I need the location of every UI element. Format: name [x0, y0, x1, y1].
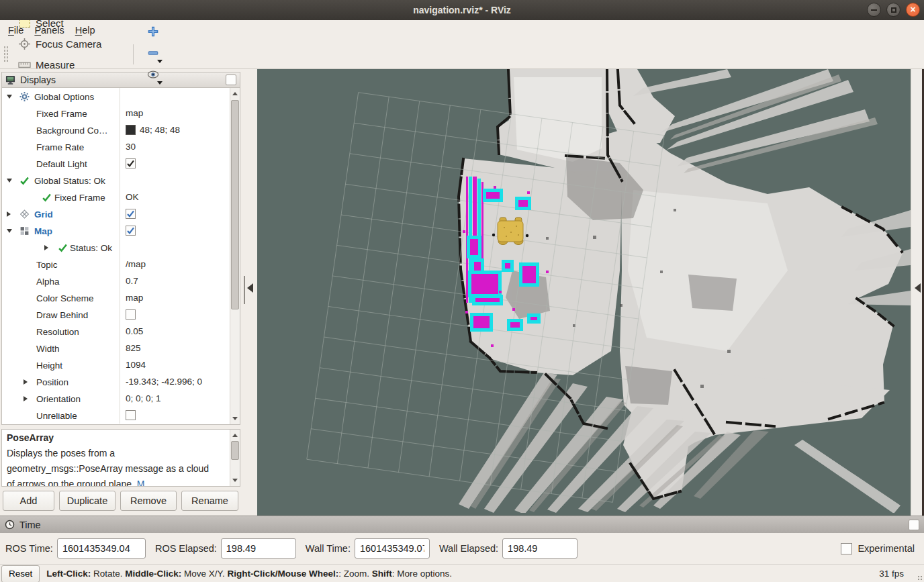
panel-float-button[interactable]	[226, 75, 236, 85]
remove-button[interactable]: Remove	[120, 491, 177, 511]
remove-tool-button[interactable]	[142, 44, 165, 65]
expander-icon[interactable]	[24, 396, 28, 401]
tree-row-alpha[interactable]: Alpha0.7	[2, 273, 240, 289]
scroll-down-arrow[interactable]	[230, 414, 240, 424]
property-value: 825	[126, 343, 141, 353]
property-value: map	[126, 108, 143, 118]
help-title: PoseArray	[7, 430, 235, 446]
collapse-right-arrow-icon[interactable]	[915, 283, 921, 293]
tree-row-grid[interactable]: Grid	[2, 205, 240, 222]
time-field-label: Wall Elapsed:	[439, 543, 498, 554]
property-value-cell[interactable]	[120, 205, 240, 222]
displays-panel-header[interactable]: Displays	[1, 72, 240, 88]
scroll-up-arrow[interactable]	[230, 89, 240, 99]
collapse-left-arrow-icon[interactable]	[247, 283, 253, 293]
wall-elapsed-input[interactable]	[502, 538, 578, 559]
help-scrollbar[interactable]	[230, 430, 240, 486]
panel-splitter-left[interactable]	[242, 69, 257, 516]
property-value-cell[interactable]: 825	[120, 340, 240, 356]
panel-float-button[interactable]	[909, 520, 919, 530]
expander-icon[interactable]	[7, 95, 12, 99]
tree-row-background-co[interactable]: Background Co…48; 48; 48	[2, 122, 240, 138]
resize-grip[interactable]	[917, 575, 923, 581]
checkbox[interactable]	[126, 209, 136, 219]
dropdown-caret-icon[interactable]	[157, 60, 163, 63]
expander-icon[interactable]	[44, 245, 48, 250]
property-value-cell[interactable]: map	[120, 105, 240, 122]
tree-row-unreliable[interactable]: Unreliable	[2, 407, 240, 424]
rename-button[interactable]: Rename	[181, 491, 238, 511]
property-value-cell[interactable]	[120, 155, 240, 172]
panel-splitter-right[interactable]	[911, 69, 924, 516]
property-value-cell[interactable]: map	[120, 289, 240, 306]
tree-row-global-status-ok[interactable]: Global Status: Ok	[2, 172, 240, 189]
scrollbar-thumb[interactable]	[231, 100, 239, 309]
property-name-cell: Alpha	[2, 273, 120, 289]
property-value-cell[interactable]: /map	[120, 256, 240, 273]
gear-icon	[19, 91, 30, 101]
toolbar-drag-handle[interactable]	[3, 46, 8, 63]
expander-icon[interactable]	[7, 211, 11, 217]
tree-row-fixed-frame[interactable]: Fixed FrameOK	[2, 189, 240, 205]
time-panel-header[interactable]: Time	[0, 516, 924, 533]
expander-icon[interactable]	[24, 379, 28, 385]
tree-row-fixed-frame[interactable]: Fixed Framemap	[2, 105, 240, 122]
ros-time-input[interactable]	[57, 538, 146, 559]
tree-row-draw-behind[interactable]: Draw Behind	[2, 306, 240, 323]
dropdown-caret-icon[interactable]	[157, 81, 163, 85]
scrollbar-thumb[interactable]	[231, 441, 239, 460]
scroll-down-arrow[interactable]	[230, 475, 240, 485]
checkbox[interactable]	[126, 309, 136, 320]
tool-focus-camera[interactable]: Focus Camera	[11, 34, 123, 54]
add-button[interactable]: Add	[3, 491, 54, 511]
tree-row-width[interactable]: Width825	[2, 340, 240, 356]
checkbox[interactable]	[126, 410, 136, 420]
tree-row-frame-rate[interactable]: Frame Rate30	[2, 138, 240, 155]
reset-button[interactable]: Reset	[1, 565, 40, 582]
checkbox[interactable]	[126, 226, 136, 236]
tree-row-resolution[interactable]: Resolution0.05	[2, 323, 240, 340]
checkbox[interactable]	[126, 158, 136, 168]
tree-row-color-scheme[interactable]: Color Schememap	[2, 289, 240, 306]
wall-time-input[interactable]	[355, 538, 430, 559]
tree-row-map[interactable]: Map	[2, 222, 240, 239]
map-icon	[19, 226, 30, 236]
maximize-button[interactable]	[886, 3, 900, 17]
property-value-cell[interactable]	[120, 172, 240, 189]
property-value-cell[interactable]: OK	[120, 189, 240, 205]
property-value-cell[interactable]	[120, 222, 240, 239]
tool-properties-button[interactable]	[142, 65, 165, 87]
property-value-cell[interactable]	[120, 239, 240, 256]
property-value-cell[interactable]: 48; 48; 48	[120, 122, 240, 138]
property-value-cell[interactable]: -19.343; -42.996; 0	[120, 373, 240, 390]
duplicate-button[interactable]: Duplicate	[59, 491, 116, 511]
tree-row-position[interactable]: Position-19.343; -42.996; 0	[2, 373, 240, 390]
property-value-cell[interactable]: 30	[120, 138, 240, 155]
tree-row-default-light[interactable]: Default Light	[2, 155, 240, 172]
tree-row-status-ok[interactable]: Status: Ok	[2, 239, 240, 256]
property-value-cell[interactable]	[120, 306, 240, 323]
robot-side-marker	[492, 234, 495, 236]
tree-row-topic[interactable]: Topic/map	[2, 256, 240, 273]
add-tool-button[interactable]	[142, 22, 165, 44]
property-value-cell[interactable]	[120, 88, 240, 105]
property-value-cell[interactable]: 1094	[120, 356, 240, 373]
tree-row-global-options[interactable]: Global Options	[2, 88, 240, 105]
tree-row-orientation[interactable]: Orientation0; 0; 0; 1	[2, 390, 240, 407]
experimental-checkbox[interactable]	[841, 543, 852, 554]
property-value-cell[interactable]: 0.05	[120, 323, 240, 340]
tree-scrollbar[interactable]	[230, 88, 240, 424]
help-more-link[interactable]: M	[137, 479, 145, 487]
tree-row-height[interactable]: Height1094	[2, 356, 240, 373]
minimize-button[interactable]	[867, 3, 881, 17]
color-swatch	[126, 125, 136, 135]
expander-icon[interactable]	[7, 179, 12, 183]
ros-elapsed-input[interactable]	[221, 538, 296, 559]
property-value-cell[interactable]: 0.7	[120, 273, 240, 289]
render-view[interactable]	[257, 69, 911, 516]
property-value-cell[interactable]: 0; 0; 0; 1	[120, 390, 240, 407]
expander-icon[interactable]	[7, 229, 12, 233]
scroll-up-arrow[interactable]	[230, 430, 240, 440]
property-value-cell[interactable]	[120, 407, 240, 424]
close-button[interactable]: ×	[906, 3, 920, 17]
